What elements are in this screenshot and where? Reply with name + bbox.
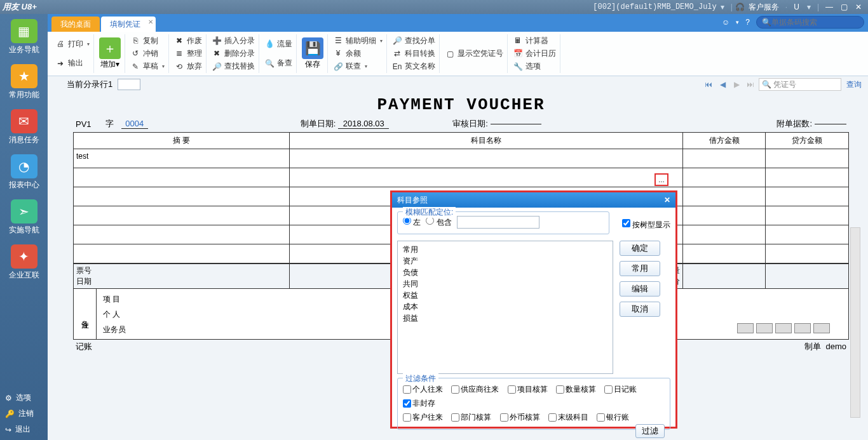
rb-calc[interactable]: 🖩计算器 — [513, 34, 556, 47]
tree-node[interactable]: 资产 — [403, 255, 607, 267]
filter-dept[interactable]: 部门核算 — [451, 410, 491, 424]
current-line-input[interactable] — [118, 79, 140, 90]
db-dropdown-icon[interactable]: ▾ — [721, 3, 724, 11]
make-date[interactable]: 2018.08.03 — [338, 119, 389, 129]
rb-abandon[interactable]: ⟲放弃 — [174, 60, 202, 73]
nav-next[interactable]: ▶ — [731, 79, 742, 90]
filter-customer[interactable]: 客户往来 — [403, 410, 443, 424]
radio-left[interactable]: 左 — [403, 217, 421, 228]
rb-offset[interactable]: ↺冲销 — [130, 47, 165, 60]
side-options[interactable]: ⚙选项 — [0, 390, 48, 406]
tree-node[interactable]: 损益 — [403, 312, 607, 324]
filter-qty[interactable]: 数量核算 — [556, 382, 596, 396]
rb-delline[interactable]: ✖删除分录 — [212, 47, 255, 60]
tree-node[interactable]: 共同 — [403, 278, 607, 290]
tab-close-icon[interactable]: ✕ — [148, 18, 153, 25]
help-icon[interactable]: ? — [745, 18, 750, 27]
side-nav-message[interactable]: ✉消息任务 — [0, 104, 48, 149]
rb-engname[interactable]: En英文名称 — [392, 60, 435, 73]
tab-desktop[interactable]: 我的桌面 — [51, 17, 100, 32]
cell-summary[interactable]: test — [74, 149, 290, 168]
chevron-down-icon[interactable]: ▾ — [365, 63, 367, 69]
smile-dd-icon[interactable]: ▾ — [736, 19, 739, 25]
attach-count[interactable] — [815, 124, 846, 124]
u-dropdown-icon[interactable]: ▾ — [807, 3, 811, 11]
rb-opt[interactable]: 🔧选项 — [513, 60, 556, 73]
treeview-check[interactable]: 按树型显示 — [622, 219, 670, 230]
rb-insline[interactable]: ➕插入分录 — [212, 34, 255, 47]
radio-contain[interactable]: 包含 — [426, 217, 451, 228]
side-nav-business[interactable]: ▦业务导航 — [0, 14, 48, 59]
voucher-no-search[interactable]: 🔍 凭证号 — [759, 78, 841, 91]
chevron-down-icon[interactable]: ▾ — [87, 41, 90, 47]
edit-button[interactable]: 编辑 — [620, 281, 660, 297]
filter-leaf[interactable]: 末级科目 — [548, 410, 588, 424]
rb-save[interactable]: 💾保存 — [298, 34, 328, 73]
rb-flow[interactable]: 💧流量 — [264, 37, 292, 50]
fav-button[interactable]: 常用 — [620, 261, 660, 276]
vertical-scrollbar[interactable] — [850, 227, 860, 418]
chevron-down-icon[interactable]: ▾ — [162, 63, 165, 69]
nav-first[interactable]: ⏮ — [703, 79, 714, 90]
nav-last[interactable]: ⏭ — [745, 79, 756, 90]
side-exit[interactable]: ↪退出 — [0, 422, 48, 437]
rb-void[interactable]: ✖作废 — [174, 34, 202, 47]
tree-node[interactable]: 权益 — [403, 290, 607, 301]
tree-node[interactable]: 成本 — [403, 301, 607, 312]
ok-button[interactable]: 确定 — [620, 241, 660, 256]
rb-draft[interactable]: ✎草稿▾ — [130, 60, 165, 73]
query-link[interactable]: 查询 — [846, 79, 862, 90]
filter-bank[interactable]: 银行账 — [597, 410, 629, 424]
dialog-titlebar[interactable]: 科目参照 ✕ — [392, 192, 675, 208]
rb-calendar[interactable]: 📅会计日历 — [513, 47, 556, 60]
cancel-button[interactable]: 取消 — [620, 302, 660, 317]
tab-voucher[interactable]: 填制凭证✕ — [101, 17, 156, 32]
rb-showempty[interactable]: ▢显示空凭证号 — [445, 48, 503, 60]
nav-prev[interactable]: ◀ — [717, 79, 728, 90]
minimize-icon[interactable]: — — [822, 3, 837, 11]
match-input[interactable] — [457, 216, 539, 229]
mini-toolbar[interactable] — [737, 323, 830, 333]
filter-fx[interactable]: 外币核算 — [500, 410, 540, 424]
chevron-down-icon[interactable]: ▾ — [380, 38, 383, 44]
tree-node[interactable]: 常用 — [403, 244, 607, 255]
rb-copy[interactable]: ⎘复制 — [130, 34, 165, 47]
table-row[interactable]: test — [74, 149, 848, 168]
cell-account[interactable] — [290, 149, 683, 168]
u-menu[interactable]: U — [790, 3, 803, 11]
barcode-search-input[interactable] — [771, 18, 867, 27]
account-lookup-button[interactable]: … — [654, 173, 668, 186]
rb-linkq[interactable]: 🔗联查▾ — [333, 60, 383, 73]
side-nav-report[interactable]: ◔报表中心 — [0, 149, 48, 194]
rb-findord[interactable]: 🔎查找分单 — [392, 34, 435, 47]
smile-icon[interactable]: ☺ — [722, 18, 729, 27]
filter-project[interactable]: 项目核算 — [508, 382, 548, 396]
voucher-number[interactable]: 0004 — [121, 119, 148, 129]
filter-personal[interactable]: 个人往来 — [403, 382, 443, 396]
chevron-down-icon[interactable]: ▾ — [116, 60, 119, 69]
rb-arrange[interactable]: ≣整理 — [174, 47, 202, 60]
rb-print[interactable]: 🖨打印▾ — [55, 37, 90, 50]
side-logout[interactable]: 🔑注销 — [0, 406, 48, 422]
rb-aux[interactable]: ☰辅助明细▾ — [333, 34, 383, 47]
filter-unsealed[interactable]: 非封存 — [403, 396, 435, 410]
maximize-icon[interactable]: ▢ — [837, 3, 851, 11]
customer-service[interactable]: 客户服务 — [745, 2, 783, 13]
filter-supplier[interactable]: 供应商往来 — [451, 382, 499, 396]
table-row[interactable] — [74, 168, 848, 187]
dialog-close-icon[interactable]: ✕ — [664, 196, 670, 204]
side-nav-common[interactable]: ★常用功能 — [0, 59, 48, 104]
audit-date[interactable] — [491, 124, 541, 124]
filter-journal[interactable]: 日记账 — [604, 382, 637, 396]
filter-button[interactable]: 过滤 — [635, 424, 665, 438]
rb-acctconv[interactable]: ⇄科目转换 — [392, 47, 435, 60]
rb-bal[interactable]: ¥余额 — [333, 47, 383, 60]
side-nav-enterprise[interactable]: ✦企业互联 — [0, 239, 48, 284]
rb-chkdup[interactable]: 🔍备查 — [264, 57, 292, 70]
rb-findrep[interactable]: 🔎查找替换 — [212, 60, 255, 73]
account-tree[interactable]: 常用 资产 负债 共同 权益 成本 损益 — [397, 241, 613, 374]
tree-node[interactable]: 负债 — [403, 267, 607, 278]
side-nav-impl[interactable]: ➣实施导航 — [0, 194, 48, 239]
rb-add[interactable]: ＋增加▾ — [95, 34, 125, 73]
close-icon[interactable]: ✕ — [851, 3, 865, 11]
